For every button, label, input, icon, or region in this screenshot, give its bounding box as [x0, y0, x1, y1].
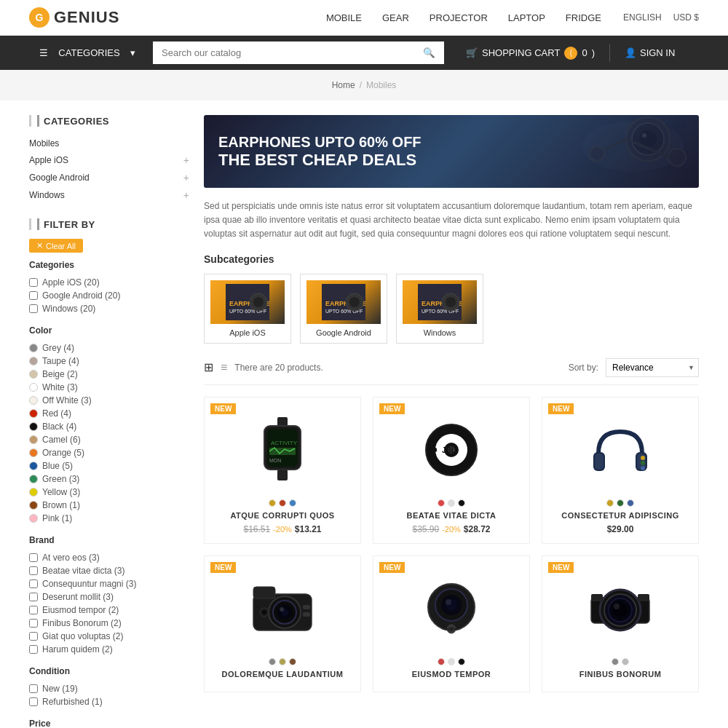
filter-brand-4[interactable]: Eiusmod tempor (2) — [29, 604, 189, 617]
new-badge: NEW — [548, 562, 574, 573]
product-card-4[interactable]: NEW EIUSMOD TEMPOR — [373, 555, 530, 692]
subcat-apple-ios[interactable]: EARPHONES UPTO 60% OFF Apple iOS — [204, 274, 291, 344]
subcat-windows[interactable]: EARPHONES UPTO 60% OFF Windows — [396, 274, 483, 344]
cart-button[interactable]: 🛒 SHOPPING CART (0) — [466, 47, 595, 60]
banner-line1: EARPHONES UPTO 60% OFF — [218, 133, 422, 151]
filter-color-3[interactable]: White (3) — [29, 381, 189, 394]
product-color-dot — [448, 499, 455, 507]
breadcrumb-current: Mobiles — [366, 80, 396, 90]
product-card-1[interactable]: NEW JBL BEATAE VITAE DICTA $35.90-20%$28… — [373, 397, 530, 544]
filter-color-11[interactable]: Yellow (3) — [29, 486, 189, 499]
categories-button[interactable]: ☰ CATEGORIES ▾ — [29, 41, 146, 64]
filter-condition-0[interactable]: New (19) — [29, 682, 189, 695]
product-card-0[interactable]: NEW ACTIVITY MON ATQUE CORRUPTI QUOS $16… — [204, 397, 361, 544]
subcategories-title: Subcategories — [204, 253, 699, 265]
sign-in-button[interactable]: 👤 SIGN IN — [625, 47, 675, 58]
menu-gear[interactable]: GEAR — [382, 12, 409, 23]
menu-projector[interactable]: PROJECTOR — [430, 12, 488, 23]
svg-point-4 — [642, 133, 646, 138]
filter-apple-ios[interactable]: Apple iOS (20) — [29, 276, 189, 289]
list-view-button[interactable]: ≡ — [221, 361, 227, 374]
search-button[interactable]: 🔍 — [414, 41, 444, 64]
chevron-down-icon: ▾ — [130, 47, 135, 58]
menu-fridge[interactable]: FRIDGE — [566, 12, 601, 23]
product-card-3[interactable]: NEW DOLOREMQUE LAUDANTIUM — [204, 555, 361, 692]
filter-brand: Brand At vero eos (3)Beatae vitae dicta … — [29, 535, 189, 656]
sidebar-cat-apple[interactable]: Apple iOS + — [29, 151, 189, 169]
filter-color-13[interactable]: Pink (1) — [29, 512, 189, 525]
product-color-dot — [627, 499, 634, 507]
search-input-wrap: 🔍 — [153, 41, 444, 64]
sidebar-cat-mobiles[interactable]: Mobiles — [29, 135, 189, 151]
subcat-android[interactable]: EARPHONES UPTO 60% OFF Google Android — [300, 274, 387, 344]
sidebar-cat-windows[interactable]: Windows + — [29, 186, 189, 204]
filter-google-android[interactable]: Google Android (20) — [29, 289, 189, 302]
product-color-dot — [622, 658, 629, 665]
new-badge: NEW — [210, 562, 236, 573]
sidebar-cat-android[interactable]: Google Android + — [29, 169, 189, 186]
svg-rect-69 — [591, 594, 603, 601]
sidebar-categories-section: CATEGORIES Mobiles Apple iOS + Google An… — [29, 115, 189, 204]
filter-color-1[interactable]: Taupe (4) — [29, 355, 189, 368]
filter-brand-0[interactable]: At vero eos (3) — [29, 551, 189, 564]
search-input[interactable] — [153, 41, 414, 64]
main-layout: CATEGORIES Mobiles Apple iOS + Google An… — [0, 100, 728, 728]
menu-laptop[interactable]: LAPTOP — [508, 12, 545, 23]
product-card-2[interactable]: NEW CONSECTETUR ADIPISCING $29.00 — [542, 397, 699, 544]
filter-brand-7[interactable]: Harum quidem (2) — [29, 643, 189, 656]
menu-mobile[interactable]: MOBILE — [326, 12, 362, 23]
filter-brand-6[interactable]: Giat quo voluptas (2) — [29, 630, 189, 643]
product-color-dot — [458, 499, 465, 507]
clear-all-button[interactable]: ✕ Clear All — [29, 239, 83, 253]
sidebar-categories-title: CATEGORIES — [29, 115, 189, 127]
svg-rect-36 — [430, 448, 437, 452]
filter-color-12[interactable]: Brown (1) — [29, 499, 189, 512]
breadcrumb-home[interactable]: Home — [332, 80, 355, 90]
product-image — [551, 406, 689, 494]
product-name: ATQUE CORRUPTI QUOS — [213, 511, 352, 520]
filter-color-4[interactable]: Off White (3) — [29, 394, 189, 407]
logo[interactable]: G GENIUS — [29, 7, 119, 28]
filter-color-5[interactable]: Red (4) — [29, 407, 189, 420]
grid-view-button[interactable]: ⊞ — [204, 360, 213, 374]
product-image — [551, 565, 689, 652]
svg-point-41 — [641, 456, 645, 460]
sidebar-filter-title: FILTER BY — [29, 218, 189, 230]
breadcrumb-bar: Home / Mobiles — [0, 70, 728, 100]
filter-apple-ios-checkbox[interactable] — [29, 278, 38, 287]
product-colors — [213, 499, 352, 507]
filter-color-7[interactable]: Camel (6) — [29, 433, 189, 446]
product-card-5[interactable]: NEW FINIBUS BONORUM — [542, 555, 699, 692]
filter-condition-1[interactable]: Refurbished (1) — [29, 695, 189, 708]
filter-brand-2[interactable]: Consequuntur magni (3) — [29, 577, 189, 590]
filter-brand-1[interactable]: Beatae vitae dicta (3) — [29, 564, 189, 577]
filter-brand-5[interactable]: Finibus Bonorum (2) — [29, 617, 189, 630]
svg-point-68 — [614, 604, 620, 609]
filter-color-6[interactable]: Black (4) — [29, 420, 189, 433]
filter-brand-3[interactable]: Deserunt mollit (3) — [29, 590, 189, 604]
product-name: FINIBUS BONORUM — [551, 670, 689, 678]
filter-color-9[interactable]: Blue (5) — [29, 459, 189, 472]
currency-selector[interactable]: USD $ — [673, 12, 699, 23]
subcat-windows-label: Windows — [403, 328, 477, 337]
filter-windows[interactable]: Windows (20) — [29, 302, 189, 315]
filter-color-2[interactable]: Beige (2) — [29, 368, 189, 381]
language-selector[interactable]: ENGLISH — [623, 12, 662, 23]
sort-label: Sort by: — [569, 363, 598, 373]
product-color-dot — [438, 499, 445, 507]
filter-windows-checkbox[interactable] — [29, 304, 38, 313]
sort-select[interactable]: Relevance Price: Low to High Price: High… — [606, 358, 699, 377]
cart-icon: 🛒 — [466, 47, 478, 58]
product-image — [382, 565, 521, 652]
banner-line2: THE BEST CHEAP DEALS — [218, 151, 422, 170]
filter-color-0[interactable]: Grey (4) — [29, 341, 189, 355]
svg-rect-52 — [303, 612, 310, 617]
svg-point-54 — [262, 610, 266, 614]
new-badge: NEW — [379, 403, 405, 414]
filter-google-android-checkbox[interactable] — [29, 291, 38, 300]
product-colors — [551, 499, 689, 507]
filter-color-10[interactable]: Green (3) — [29, 472, 189, 486]
product-grid: NEW ACTIVITY MON ATQUE CORRUPTI QUOS $16… — [204, 397, 699, 692]
svg-point-43 — [641, 466, 645, 470]
filter-color-8[interactable]: Orange (5) — [29, 446, 189, 459]
